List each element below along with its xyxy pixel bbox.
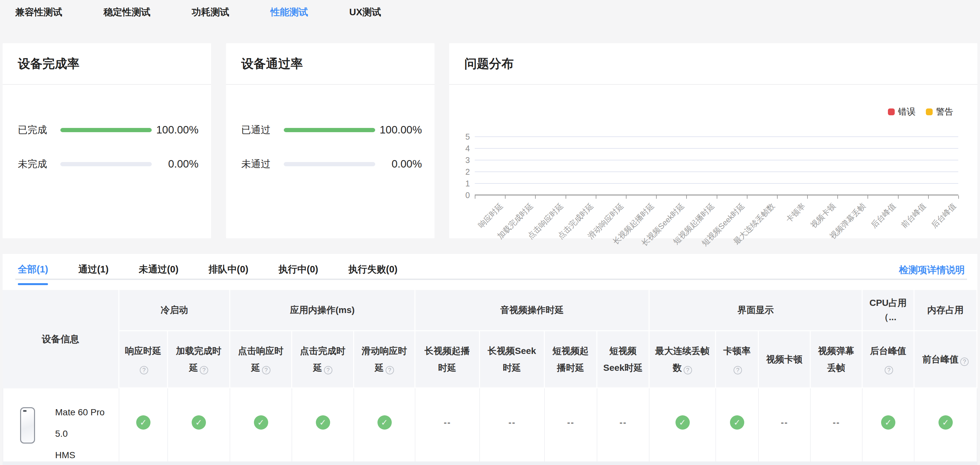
x-axis-tick	[867, 195, 868, 199]
result-cell: ✓	[862, 388, 915, 462]
legend-item-警告[interactable]: 警告	[926, 106, 953, 118]
top-tab-4[interactable]: 性能测试	[270, 6, 308, 19]
status-wrap: --	[415, 415, 479, 430]
top-tab-5[interactable]: UX测试	[349, 6, 381, 19]
status-wrap: ✓	[354, 415, 415, 430]
group-header: 应用内操作(ms)	[230, 290, 415, 331]
column-header-label: 长视频起播时延	[421, 343, 474, 376]
gridline	[475, 148, 958, 149]
help-icon[interactable]: ?	[324, 366, 332, 374]
y-axis-tick-label: 0	[449, 190, 470, 200]
x-axis-tick	[596, 195, 597, 199]
rate-bar-track	[60, 128, 152, 132]
column-header: 响应时延?	[119, 331, 168, 388]
column-header-label: 响应时延?	[124, 343, 162, 376]
pass-check-icon: ✓	[377, 415, 392, 430]
result-cell: ✓	[292, 388, 354, 462]
pass-check-icon: ✓	[881, 415, 896, 430]
device-pass-rate-card: 设备通过率 已通过100.00%未通过0.00%	[226, 43, 434, 238]
top-tab-1[interactable]: 兼容性测试	[15, 6, 62, 19]
help-icon[interactable]: ?	[684, 366, 692, 374]
pass-check-icon: ✓	[254, 415, 268, 430]
card-header: 设备通过率	[226, 43, 434, 85]
column-header: 视频弹幕丢帧	[811, 331, 862, 388]
horizontal-scrollbar-track[interactable]	[3, 462, 977, 465]
no-data-placeholder: --	[781, 415, 788, 430]
result-cell: ✓	[354, 388, 415, 462]
x-axis-tick	[717, 195, 718, 199]
x-axis-tick	[807, 195, 808, 199]
column-header-label: 视频卡顿	[766, 351, 803, 368]
performance-result-table: 设备信息冷启动应用内操作(ms)音视频操作时延界面显示CPU占用（...内存占用…	[3, 290, 977, 462]
result-cell: --	[811, 388, 862, 462]
pass-check-icon: ✓	[316, 415, 330, 430]
pass-check-icon: ✓	[192, 415, 206, 430]
device-info-header: 设备信息	[3, 290, 119, 388]
group-header: 音视频操作时延	[415, 290, 649, 331]
result-cell: ✓	[168, 388, 230, 462]
device-text: Mate 60 Pro5.0HMS	[55, 407, 105, 461]
filter-tab-3[interactable]: 未通过(0)	[139, 263, 178, 284]
result-cell: ✓	[915, 388, 977, 462]
help-icon[interactable]: ?	[200, 366, 208, 374]
column-header: 长视频起播时延	[415, 331, 480, 388]
status-wrap: --	[480, 415, 544, 430]
help-icon[interactable]: ?	[885, 366, 893, 374]
help-icon[interactable]: ?	[386, 366, 394, 374]
column-header-label: 短视频Seek时延	[603, 343, 643, 376]
x-axis-tick	[505, 195, 506, 199]
column-header-label: 最大连续丢帧数?	[655, 343, 710, 376]
filter-tab-5[interactable]: 执行中(0)	[278, 263, 318, 284]
filter-tab-2[interactable]: 通过(1)	[78, 263, 108, 284]
rate-label: 未通过	[241, 158, 284, 171]
group-header: 冷启动	[119, 290, 230, 331]
status-wrap: --	[811, 415, 862, 430]
result-cell: ✓	[230, 388, 292, 462]
status-wrap: ✓	[230, 415, 291, 430]
rate-percentage: 0.00%	[391, 158, 422, 170]
issue-distribution-card: 问题分布 错误警告 012345响应时延加载完成时延点击响应时延点击完成时延滑动…	[449, 43, 977, 238]
help-icon[interactable]: ?	[733, 366, 742, 374]
rate-label: 已通过	[241, 123, 284, 137]
legend-label: 错误	[898, 106, 915, 118]
rate-percentage: 100.00%	[380, 124, 422, 136]
device-info-cell[interactable]: Mate 60 Pro5.0HMS	[3, 388, 119, 462]
result-cell: --	[415, 388, 480, 462]
detection-item-details-link[interactable]: 检测项详情说明	[899, 264, 965, 276]
filter-tab-1[interactable]: 全部(1)	[18, 263, 48, 284]
status-wrap: ✓	[168, 415, 230, 430]
chart-legend: 错误警告	[888, 106, 953, 118]
column-header: 滑动响应时延?	[354, 331, 415, 388]
column-header-label: 后台峰值?	[868, 343, 908, 376]
top-tab-2[interactable]: 稳定性测试	[103, 6, 151, 19]
no-data-placeholder: --	[444, 415, 451, 430]
no-data-placeholder: --	[833, 415, 840, 430]
status-wrap: ✓	[915, 415, 977, 430]
status-wrap: ✓	[716, 415, 758, 430]
device-os: HMS	[55, 449, 105, 461]
test-type-tabs: 兼容性测试稳定性测试功耗测试性能测试UX测试	[15, 5, 980, 20]
column-header-label: 长视频Seek时延	[485, 343, 539, 376]
help-icon[interactable]: ?	[140, 366, 148, 374]
result-cell: --	[480, 388, 545, 462]
pass-check-icon: ✓	[676, 415, 690, 430]
filter-tab-6[interactable]: 执行失败(0)	[348, 263, 397, 284]
rate-bar-track	[60, 162, 152, 166]
rate-bar-fill	[60, 128, 152, 132]
completion-card-title: 设备完成率	[18, 56, 80, 72]
results-panel: 全部(1)通过(1)未通过(0)排队中(0)执行中(0)执行失败(0) 检测项详…	[3, 254, 977, 465]
legend-item-错误[interactable]: 错误	[888, 106, 915, 118]
column-header: 点击完成时延?	[292, 331, 354, 388]
filter-tab-4[interactable]: 排队中(0)	[208, 263, 248, 284]
x-axis-tick	[566, 195, 566, 199]
top-tab-3[interactable]: 功耗测试	[192, 6, 229, 19]
rate-label: 已完成	[18, 123, 60, 137]
group-header: 界面显示	[649, 290, 862, 331]
rate-row: 未完成0.00%	[18, 154, 199, 174]
pass-check-icon: ✓	[136, 415, 151, 430]
help-icon[interactable]: ?	[960, 358, 969, 366]
help-icon[interactable]: ?	[262, 366, 270, 374]
no-data-placeholder: --	[619, 415, 627, 430]
gridline	[475, 183, 958, 184]
no-data-placeholder: --	[509, 415, 516, 430]
